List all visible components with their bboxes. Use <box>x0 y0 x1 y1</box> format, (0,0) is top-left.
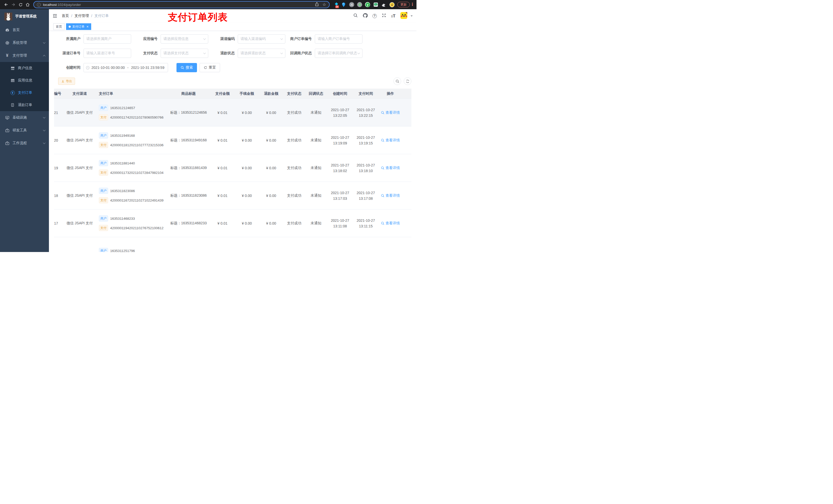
extension-chat-icon[interactable] <box>373 2 378 7</box>
avatar-caret-icon[interactable] <box>411 15 413 17</box>
view-detail-link[interactable]: 查看详情 <box>381 138 400 143</box>
browser-update-button[interactable]: 更新 <box>397 2 410 8</box>
cell-create-time: 2021-10-2713:17:03 <box>327 182 353 209</box>
browser-home-button[interactable] <box>24 1 31 8</box>
browser-menu-icon[interactable]: ••• <box>411 3 414 6</box>
filter-row-2: 渠道订单号请输入渠道订单号支付状态请选择支付状态退款状态请选择退款状态回调商户状… <box>54 49 411 58</box>
pay-order-line: 支付4200001181202110277723215336 <box>99 142 163 148</box>
placeholder-text: 请输入商户订单编号 <box>318 37 360 41</box>
filter-channel-code-select[interactable]: 请输入渠道编码 <box>238 34 285 44</box>
browser-reload-button[interactable] <box>17 1 24 8</box>
cell-actions: 查看详情 <box>378 182 402 209</box>
merchant-order-line: 商户1635312124657 <box>99 105 135 111</box>
pay-order-no: 4200001194202110276752100612 <box>110 226 163 230</box>
table-toolbar-right <box>394 77 411 85</box>
filter-notify-status-select[interactable]: 请选择订单回调商户状态 <box>315 49 362 58</box>
extension-y-icon[interactable]: y <box>365 2 370 7</box>
extension-dot-icon[interactable] <box>357 2 362 7</box>
filter-pay-status-select[interactable]: 请选择支付状态 <box>161 49 208 58</box>
search-button[interactable]: 搜索 <box>176 63 197 72</box>
cell-pay-amount: ¥ 0.01 <box>210 154 235 182</box>
profile-avatar-icon[interactable] <box>389 2 395 7</box>
filter-refund-status-select[interactable]: 请选择退款状态 <box>238 49 285 58</box>
bookmark-star-icon[interactable]: ☆ <box>323 3 326 7</box>
sidebar-item-infrastructure[interactable]: 基础设施 <box>0 111 49 124</box>
create-time: 13:17:03 <box>333 196 347 201</box>
cell-pay-amount: ¥ 0.01 <box>210 182 235 209</box>
pay-order-no: 4200001174202110278060590766 <box>110 116 163 119</box>
sidebar-item-dev-tools[interactable]: 研发工具 <box>0 124 49 137</box>
filter-merchant-input[interactable]: 请选择所属商户 <box>84 34 131 44</box>
view-detail-label: 查看详情 <box>385 138 400 143</box>
yen-icon: ¥ <box>5 53 9 58</box>
user-avatar[interactable] <box>400 12 407 20</box>
view-detail-link[interactable]: 查看详情 <box>381 221 400 225</box>
sidebar-item-home[interactable]: 首页 <box>0 24 49 37</box>
cell-pay-channel <box>64 237 95 252</box>
merchant-order-line: 商户1635311949168 <box>99 133 135 139</box>
tab-strip: 首页 支付订单 ✕ <box>49 23 416 31</box>
placeholder-text: 请输入渠道订单号 <box>86 51 128 55</box>
sidebar-item-system-mgmt[interactable]: 系统管理 <box>0 37 49 49</box>
cell-pay-channel: 微信 JSAPI 支付 <box>64 126 95 154</box>
site-info-icon[interactable]: i <box>37 3 41 7</box>
merchant-order-no: 1635311468233 <box>110 217 135 220</box>
create-date: 2021-10-27 <box>331 218 349 223</box>
sidebar-item-refund-order[interactable]: 退款订单 <box>0 99 49 111</box>
yen-circle-icon: ¥ <box>10 91 15 95</box>
refresh-table-button[interactable] <box>404 77 411 85</box>
sidebar-item-label: 商户信息 <box>18 66 32 70</box>
github-icon[interactable] <box>363 13 367 19</box>
cell-create-time: 2021-10-2713:18:02 <box>327 154 353 182</box>
browser-back-button[interactable] <box>3 1 10 8</box>
extension-grid-icon[interactable]: 10 <box>333 2 338 7</box>
sidebar-item-merchant-info[interactable]: 商户信息 <box>0 62 49 74</box>
cell-product-title <box>167 237 210 252</box>
cell-notify-status: 未通知 <box>305 154 327 182</box>
reset-button[interactable]: 重置 <box>199 63 220 72</box>
merchant-tag: 商户 <box>99 133 108 139</box>
sidebar-toggle-button[interactable] <box>52 14 57 18</box>
sidebar-item-payment-mgmt[interactable]: ¥支付管理 <box>0 49 49 62</box>
sidebar-item-app-info[interactable]: 应用信息 <box>0 74 49 87</box>
help-icon[interactable]: ? <box>373 14 377 18</box>
sidebar-item-workflow[interactable]: 工作流程 <box>0 137 49 149</box>
sidebar-item-pay-order[interactable]: ¥支付订单 <box>0 87 49 99</box>
app-logo-bar[interactable]: 芋道管理系统 <box>0 9 49 24</box>
filter-app-no-select[interactable]: 请选择应用信息 <box>161 34 208 44</box>
browser-forward-button[interactable] <box>10 1 17 8</box>
chevron-down-icon <box>43 129 46 131</box>
view-detail-link[interactable]: 查看详情 <box>381 193 400 198</box>
extension-command-icon[interactable]: ⌘ <box>349 2 354 7</box>
view-detail-link[interactable]: 查看详情 <box>381 111 400 115</box>
cell-notify-status: 未通知 <box>305 210 327 237</box>
font-size-icon[interactable]: TT <box>391 14 396 18</box>
column-header-4: 支付金额 <box>210 89 235 99</box>
view-detail-link[interactable]: 查看详情 <box>381 166 400 170</box>
fullscreen-icon[interactable] <box>382 13 386 19</box>
placeholder-text: 请选择支付状态 <box>163 51 203 55</box>
cell-pay-channel: 微信 JSAPI 支付 <box>64 99 95 126</box>
tab-home[interactable]: 首页 <box>53 23 65 30</box>
view-detail-label: 查看详情 <box>385 221 400 225</box>
cell-actions <box>378 237 402 252</box>
tab-close-icon[interactable]: ✕ <box>86 25 89 28</box>
cell-pay-order: 商户1635311881440支付42000011732021102728479… <box>95 154 167 182</box>
share-icon[interactable] <box>315 2 319 7</box>
cell-actions: 查看详情 <box>378 99 402 126</box>
filter-merchant-order-no-input[interactable]: 请输入商户订单编号 <box>315 34 362 44</box>
filter-row-3: 创建时间 2021-10-01 00:00:00 - 2021-10-31 23… <box>54 63 411 72</box>
extensions-puzzle-icon[interactable] <box>381 2 386 7</box>
breadcrumb-home[interactable]: 首页 <box>62 14 69 18</box>
breadcrumb-payment[interactable]: 支付管理 <box>74 14 89 18</box>
filter-channel-order-no-input[interactable]: 请输入渠道订单号 <box>84 49 131 58</box>
refresh-icon <box>406 79 410 83</box>
address-bar[interactable]: i localhost:1024/pay/order ☆ <box>33 1 330 8</box>
extension-pin-icon[interactable] <box>341 2 346 7</box>
tab-pay-order[interactable]: 支付订单 ✕ <box>66 23 91 30</box>
header-search-icon[interactable] <box>353 13 358 19</box>
cell-pay-channel: 微信 JSAPI 支付 <box>64 182 95 209</box>
toggle-search-button[interactable] <box>394 77 401 85</box>
create-time-range-input[interactable]: 2021-10-01 00:00:00 - 2021-10-31 23:59:5… <box>84 63 168 72</box>
export-button[interactable]: 导出 <box>58 78 75 85</box>
